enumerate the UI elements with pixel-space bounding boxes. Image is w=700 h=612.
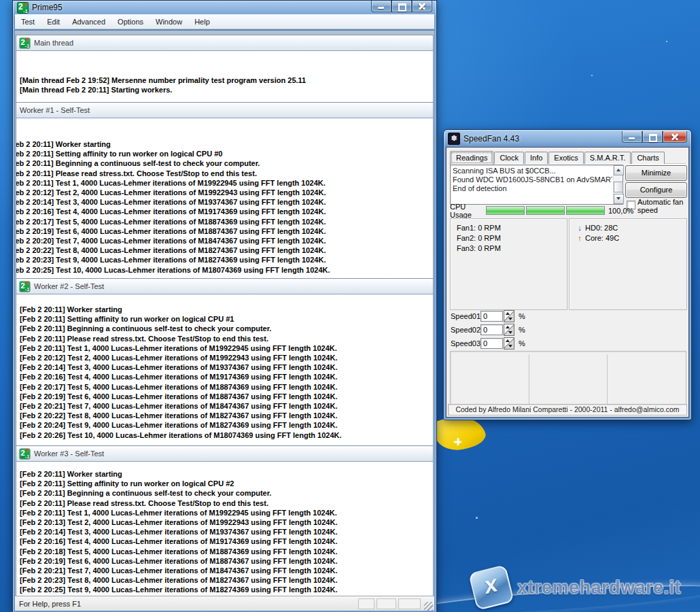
empty-panel-box — [450, 351, 686, 408]
minimize-button[interactable]: Minimize — [625, 165, 687, 181]
menu-item[interactable]: Test — [15, 16, 41, 28]
worker1-titlebar[interactable]: Worker #1 - Self-Test — [16, 103, 433, 118]
arrow-down-icon — [616, 197, 620, 200]
prime95-menubar: TestEditAdvancedOptionsWindowHelp — [15, 14, 434, 29]
tab-charts[interactable]: Charts — [631, 152, 664, 164]
fan-reading: Fan3: 0 RPM — [457, 243, 567, 254]
worker3-window: 2 P -1 Worker #3 - Self-Test [Feb 2 20:1… — [16, 445, 434, 598]
log-line: [Feb 2 20:22] Test 8, 4000 Lucas-Lehmer … — [20, 411, 433, 420]
log-line: [Feb 2 20:22] Test 8, 4000 Lucas-Lehmer … — [16, 245, 433, 255]
scroll-up-button[interactable] — [614, 165, 624, 175]
log-line: [Feb 2 20:25] Test 10, 4000 Lucas-Lehmer… — [16, 265, 433, 275]
log-line: [Main thread Feb 2 19:52] Mersenne numbe… — [20, 75, 433, 85]
worker1-window: Worker #1 - Self-Test [Feb 2 20:11] Work… — [16, 102, 434, 279]
menu-item[interactable]: Help — [188, 16, 216, 28]
speed03-stepper[interactable] — [504, 337, 514, 350]
automatic-fan-speed-label: Automatic fan speed — [637, 198, 686, 214]
speedfan-tabbar: Readings Clock Info Exotics S.M.A.R.T. C… — [450, 150, 665, 164]
prime95-titlebar[interactable]: 2 P -1 Prime95 — [13, 1, 436, 14]
spin-down-icon — [508, 345, 512, 347]
log-line: [Feb 2 20:19] Test 6, 4000 Lucas-Lehmer … — [16, 226, 433, 236]
prime95-close-button[interactable] — [412, 1, 432, 12]
speed03-label: Speed03: — [451, 339, 480, 347]
log-line: [Feb 2 20:20] Test 7, 4000 Lucas-Lehmer … — [16, 236, 433, 245]
log-line: [Feb 2 20:11] Please read stress.txt. Ch… — [16, 169, 433, 178]
tab-readings[interactable]: Readings — [450, 151, 493, 165]
wallpaper-sparkle-dot — [591, 75, 593, 76]
menu-item[interactable]: Edit — [41, 16, 66, 28]
speedfan-maximize-button[interactable] — [642, 131, 663, 143]
prime95-maximize-button[interactable] — [391, 1, 412, 12]
panel-divider — [607, 354, 608, 405]
speed01-stepper[interactable] — [504, 310, 514, 322]
configure-button[interactable]: Configure — [625, 182, 687, 198]
worker1-title: Worker #1 - Self-Test — [20, 106, 90, 114]
tab-clock[interactable]: Clock — [494, 152, 524, 164]
temp-core-label: Core: 49C — [585, 233, 619, 243]
speed02-stepper[interactable] — [504, 324, 514, 336]
log-line: [Feb 2 20:11] Please read stress.txt. Ch… — [20, 334, 433, 343]
worker3-titlebar[interactable]: 2 P -1 Worker #3 - Self-Test — [16, 446, 433, 462]
log-line: [Feb 2 20:11] Beginning a continuous sel… — [16, 158, 433, 168]
speedfan-statusbar: Coded by Alfredo Milani Comparetti - 200… — [448, 404, 687, 415]
x-logo-glyph: x — [470, 567, 511, 601]
log-line: [Feb 2 20:24] Test 9, 4000 Lucas-Lehmer … — [20, 420, 433, 430]
minimize-icon — [378, 7, 384, 9]
wallpaper-sparkle-dot — [666, 41, 667, 42]
tab-info[interactable]: Info — [525, 152, 548, 164]
worker1-log: [Feb 2 20:11] Worker starting[Feb 2 20:1… — [16, 118, 433, 278]
tab-smart[interactable]: S.M.A.R.T. — [584, 152, 631, 164]
watermark-text: xtremehardware.it — [517, 577, 681, 598]
prime95-minimize-button[interactable] — [371, 1, 391, 12]
log-scrollbar[interactable] — [613, 165, 623, 204]
scrollbar-thumb[interactable] — [614, 182, 623, 192]
resize-grip[interactable] — [424, 602, 433, 611]
speed01-unit: % — [519, 312, 525, 320]
log-line: [Feb 2 20:12] Test 2, 4000 Lucas-Lehmer … — [20, 353, 433, 362]
log-line: [Feb 2 20:21] Test 7, 4000 Lucas-Lehmer … — [20, 401, 433, 411]
log-line: [Feb 2 20:14] Test 3, 4000 Lucas-Lehmer … — [16, 197, 433, 207]
log-line: [Feb 2 20:21] Test 7, 4000 Lucas-Lehmer … — [20, 566, 433, 575]
log-line: [Feb 2 20:11] Test 1, 4000 Lucas-Lehmer … — [20, 508, 433, 517]
prime95-icon-sub: -1 — [23, 8, 28, 14]
speedfan-minimize-button[interactable] — [622, 131, 642, 143]
log-line: [Feb 2 20:11] Beginning a continuous sel… — [20, 488, 433, 498]
fan-readings-box: Fan1: 0 RPMFan2: 0 RPMFan3: 0 RPM — [450, 218, 567, 310]
speed03-input[interactable]: 0 — [480, 338, 503, 349]
menu-item[interactable]: Advanced — [66, 16, 111, 28]
cpu-usage-bar — [486, 206, 525, 215]
log-line: [Feb 2 20:11] Worker starting — [16, 139, 433, 149]
main-thread-title: Main thread — [34, 39, 73, 47]
log-line: [Feb 2 20:11] Setting affinity to run wo… — [16, 149, 433, 158]
log-line: End of detection — [453, 184, 612, 193]
desktop: x xtremehardware.it 2 P -1 Prime95 TestE… — [0, 0, 700, 612]
worker2-window: 2 P -1 Worker #2 - Self-Test [Feb 2 20:1… — [16, 278, 434, 447]
log-line: [Feb 2 20:12] Test 2, 4000 Lucas-Lehmer … — [16, 188, 433, 197]
log-line: [Feb 2 20:25] Test 9, 4000 Lucas-Lehmer … — [20, 585, 433, 594]
menu-item[interactable]: Options — [111, 16, 150, 28]
log-line: [Feb 2 20:11] Setting affinity to run wo… — [20, 314, 433, 324]
main-thread-titlebar[interactable]: 2 P -1 Main thread — [16, 35, 433, 51]
cpu-usage-bar — [566, 206, 605, 215]
detection-log: Scanning ISA BUS at $0CCB...Found WDC WD… — [450, 165, 623, 205]
spin-down-icon — [508, 331, 512, 334]
fan-reading: Fan1: 0 RPM — [457, 223, 567, 233]
speedfan-close-button[interactable] — [663, 131, 687, 143]
speed01-input[interactable]: 0 — [480, 311, 503, 322]
maximize-icon — [398, 3, 406, 12]
log-line: [Feb 2 20:11] Worker starting — [20, 305, 433, 314]
speedfan-titlebar[interactable]: ✽ SpeedFan 4.43 — [444, 130, 691, 147]
log-line: [Feb 2 20:11] Beginning a continuous sel… — [20, 324, 433, 333]
xtremehardware-logo-icon: x — [468, 564, 514, 611]
prime95-window: 2 P -1 Prime95 TestEditAdvancedOptionsWi… — [12, 0, 437, 612]
speed02-input[interactable]: 0 — [480, 324, 503, 335]
log-line: [Feb 2 20:13] Test 2, 4000 Lucas-Lehmer … — [20, 517, 433, 527]
menu-item[interactable]: Window — [150, 16, 188, 28]
arrow-up-icon — [616, 169, 620, 171]
temp-row-core: ↑ Core: 49C — [576, 233, 686, 243]
worker2-titlebar[interactable]: 2 P -1 Worker #2 - Self-Test — [16, 279, 433, 294]
scroll-down-button[interactable] — [614, 194, 624, 204]
tab-exotics[interactable]: Exotics — [548, 152, 583, 164]
log-line: [Feb 2 20:17] Test 5, 4000 Lucas-Lehmer … — [16, 217, 433, 226]
speedfan-window-title: SpeedFan 4.43 — [463, 134, 519, 143]
